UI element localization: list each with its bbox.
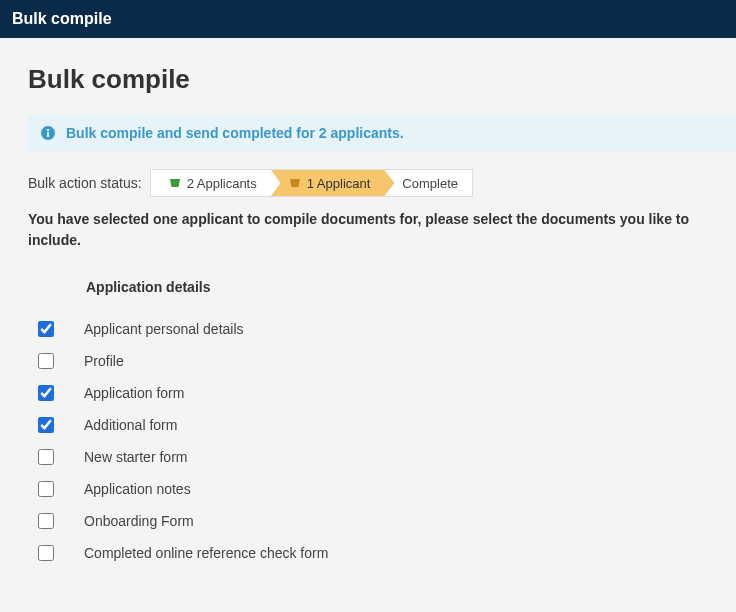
checkbox-onboarding-form[interactable] (38, 513, 54, 529)
crumb-label: Complete (402, 176, 458, 191)
alert-message: Bulk compile and send completed for 2 ap… (66, 125, 404, 141)
checkbox-profile[interactable] (38, 353, 54, 369)
topbar-title: Bulk compile (12, 10, 112, 27)
topbar: Bulk compile (0, 0, 736, 38)
crumb-1-applicant[interactable]: 1 Applicant (271, 170, 385, 196)
checkbox-new-starter-form[interactable] (38, 449, 54, 465)
list-item: Application notes (28, 473, 736, 505)
info-alert: Bulk compile and send completed for 2 ap… (28, 115, 736, 151)
checkbox-label: Completed online reference check form (84, 545, 328, 561)
crumb-label: 1 Applicant (307, 176, 371, 191)
list-item: Additional form (28, 409, 736, 441)
list-item: Applicant personal details (28, 313, 736, 345)
checkbox-application-notes[interactable] (38, 481, 54, 497)
list-item: Onboarding Form (28, 505, 736, 537)
svg-rect-2 (47, 129, 49, 131)
instruction-text: You have selected one applicant to compi… (28, 209, 736, 251)
checkbox-label: New starter form (84, 449, 187, 465)
document-list: Applicant personal details Profile Appli… (28, 313, 736, 569)
checkbox-label: Profile (84, 353, 124, 369)
list-item: Application form (28, 377, 736, 409)
list-item: New starter form (28, 441, 736, 473)
status-label: Bulk action status: (28, 175, 142, 191)
checkbox-additional-form[interactable] (38, 417, 54, 433)
checkbox-label: Applicant personal details (84, 321, 244, 337)
checkbox-label: Additional form (84, 417, 177, 433)
checkbox-application-form[interactable] (38, 385, 54, 401)
checkbox-applicant-personal-details[interactable] (38, 321, 54, 337)
crumb-2-applicants[interactable]: 2 Applicants (151, 170, 271, 196)
list-item: Completed online reference check form (28, 537, 736, 569)
crumb-complete[interactable]: Complete (384, 170, 472, 196)
status-breadcrumb: 2 Applicants 1 Applicant Complete (150, 169, 473, 197)
svg-rect-1 (47, 132, 49, 137)
status-row: Bulk action status: 2 Applicants 1 Appli… (28, 169, 736, 197)
list-item: Profile (28, 345, 736, 377)
bucket-icon (169, 177, 181, 189)
bucket-icon (289, 177, 301, 189)
crumb-label: 2 Applicants (187, 176, 257, 191)
checkbox-label: Application form (84, 385, 184, 401)
checkbox-completed-reference-check[interactable] (38, 545, 54, 561)
content-area: Bulk compile Bulk compile and send compl… (0, 64, 736, 569)
page-title: Bulk compile (28, 64, 736, 95)
checkbox-label: Onboarding Form (84, 513, 194, 529)
section-header: Application details (28, 279, 736, 295)
checkbox-label: Application notes (84, 481, 191, 497)
info-icon (40, 125, 56, 141)
